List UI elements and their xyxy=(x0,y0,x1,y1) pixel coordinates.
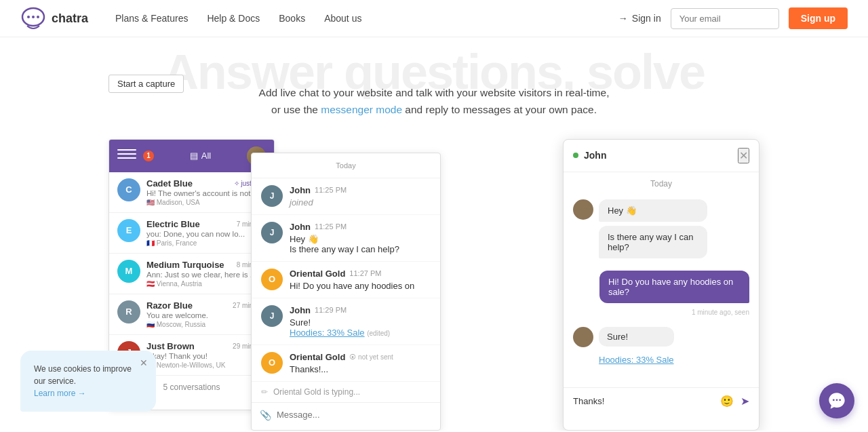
all-filter-button[interactable]: ▤ All xyxy=(161,151,240,161)
message-avatar: J xyxy=(261,305,283,327)
panel-header: 1 ▤ All xyxy=(109,140,274,172)
svg-point-5 xyxy=(836,399,838,401)
inbox-icon: ▤ xyxy=(190,151,198,161)
nav-right: → Sign in Sign up xyxy=(618,7,848,29)
message-text: Thanks!... xyxy=(290,364,431,374)
email-input[interactable] xyxy=(671,8,779,29)
cookie-close-button[interactable]: ✕ xyxy=(140,357,148,368)
message-sender: Oriental Gold xyxy=(290,269,345,279)
cookie-text: We use cookies to improve our service. xyxy=(34,364,132,386)
convo-location: 🇫🇷 Paris, France xyxy=(146,239,266,247)
conversation-item[interactable]: C Cadet Blue ✧ just now Hi! The owner's … xyxy=(109,172,274,213)
convo-location: 🇦🇹 Vienna, Austria xyxy=(146,280,266,288)
convo-body: Just Brown 29 minutes Okay! Thank you! 🇬… xyxy=(146,341,266,369)
convo-name: Razor Blue xyxy=(146,300,193,311)
logo[interactable]: chatra xyxy=(20,5,88,31)
signup-button[interactable]: Sign up xyxy=(789,7,848,29)
nav-about-us[interactable]: About us xyxy=(324,13,361,24)
signin-button[interactable]: → Sign in xyxy=(618,13,661,24)
signin-label: Sign in xyxy=(632,13,661,24)
message-time: 11:25 PM xyxy=(315,186,347,194)
convo-location: 🇷🇺 Moscow, Russia xyxy=(146,321,266,328)
sale-link[interactable]: Hoodies: 33% Sale xyxy=(290,328,365,338)
today-divider: Today xyxy=(564,172,759,195)
input-icons: 🙂 ➤ xyxy=(720,395,749,408)
convo-preview: you: Done, you can now lo... xyxy=(146,230,266,238)
sure-bubble: Sure! xyxy=(599,327,674,347)
message-avatar: O xyxy=(261,352,283,374)
chat-window-header-left: John xyxy=(573,150,606,161)
typing-indicator: ✏ Oriental Gold is typing... xyxy=(252,382,440,402)
nav-books[interactable]: Books xyxy=(279,13,305,24)
chat-input[interactable] xyxy=(573,396,715,406)
convo-location: 🇬🇧 Newton-le-Willows, UK xyxy=(146,361,266,369)
message-row: Hi! Do you have any hoodies on sale? xyxy=(564,267,759,307)
convo-avatar: C xyxy=(117,178,140,201)
emoji-icon[interactable]: 🙂 xyxy=(720,395,734,408)
message-item: J John 11:25 PM Hey 👋Is there any way I … xyxy=(252,215,440,262)
convo-name: Just Brown xyxy=(146,341,195,351)
chat-widget-button[interactable] xyxy=(819,383,854,418)
message-input-area: 📎 xyxy=(252,402,440,427)
chat-messages-panel: Today J John 11:25 PM joined J John 11:2… xyxy=(251,153,441,431)
nav-help-docs[interactable]: Help & Docs xyxy=(207,13,260,24)
signin-arrow-icon: → xyxy=(618,13,628,24)
message-item: O Oriental Gold ⦿ not yet sent Thanks!..… xyxy=(252,345,440,382)
svg-point-3 xyxy=(37,16,39,18)
message-time: 11:29 PM xyxy=(315,306,347,314)
chat-window-panel: John ✕ Today Hey 👋 Is there any way I ca… xyxy=(563,139,760,431)
chat-widget-icon xyxy=(827,391,846,410)
convo-avatar: E xyxy=(117,219,140,242)
chat-input-area: 🙂 ➤ xyxy=(564,387,759,414)
convo-preview: Okay! Thank you! xyxy=(146,352,266,360)
messenger-mode-link[interactable]: messenger mode xyxy=(321,104,402,115)
conversation-item[interactable]: M Medium Turquoise 8 minutes Ann: Just s… xyxy=(109,254,274,294)
cookie-learn-more-link[interactable]: Learn more → xyxy=(34,389,86,398)
navbar: chatra Plans & Features Help & Docs Book… xyxy=(0,0,868,37)
message-sender: John xyxy=(290,222,311,232)
message-body: Oriental Gold 11:27 PM Hi! Do you have a… xyxy=(290,269,431,291)
chat-window-header: John ✕ xyxy=(564,140,759,172)
message-sender: John xyxy=(290,305,311,315)
message-input[interactable] xyxy=(277,410,432,420)
message-row: Sure! Hoodies: 33% Sale xyxy=(564,323,759,376)
message-avatar: J xyxy=(261,222,283,243)
conversation-item[interactable]: R Razor Blue 27 minutes You are welcome.… xyxy=(109,294,274,335)
message-text: Hey 👋Is there any way I can help? xyxy=(290,234,431,254)
convo-avatar: M xyxy=(117,260,140,283)
message-time: 11:25 PM xyxy=(315,222,347,231)
agent-avatar xyxy=(573,327,593,347)
send-icon[interactable]: ➤ xyxy=(741,395,749,408)
message-text: joined xyxy=(290,197,431,208)
nav-plans-features[interactable]: Plans & Features xyxy=(115,13,188,24)
online-status-dot xyxy=(573,153,578,158)
convo-preview: Ann: Just so we clear, here is ... xyxy=(146,271,266,279)
message-item: J John 11:25 PM joined xyxy=(252,178,440,215)
message-text: Sure!Hoodies: 33% Sale (edited) xyxy=(290,317,431,338)
typing-text: Oriental Gold is typing... xyxy=(273,387,360,397)
message-row: Hey 👋 Is there any way I can help? xyxy=(564,195,759,267)
attach-icon: 📎 xyxy=(260,410,271,420)
message-time: 11:27 PM xyxy=(349,269,381,277)
message-avatar: O xyxy=(261,269,283,290)
convo-name: Electric Blue xyxy=(146,219,200,229)
message-bubbles: Hey 👋 Is there any way I can help? xyxy=(599,199,726,258)
convo-name: Medium Turquoise xyxy=(146,260,224,270)
convo-location: 🇺🇸 Madison, USA xyxy=(146,199,266,206)
message-bubble: Hey 👋 xyxy=(599,199,707,222)
close-chat-button[interactable]: ✕ xyxy=(738,148,749,163)
convo-name: Cadet Blue xyxy=(146,178,193,189)
message-avatar: J xyxy=(261,185,283,207)
message-text: Hi! Do you have any hoodies on xyxy=(290,281,431,291)
start-capture-button[interactable]: Start a capture xyxy=(108,75,184,93)
svg-point-2 xyxy=(32,16,35,18)
message-body: John 11:29 PM Sure!Hoodies: 33% Sale (ed… xyxy=(290,305,431,338)
conversation-item[interactable]: E Electric Blue 7 minutes you: Done, you… xyxy=(109,213,274,254)
convo-avatar: R xyxy=(117,300,140,323)
convo-preview: Hi! The owner's account is not in... xyxy=(146,189,266,197)
message-sender: John xyxy=(290,185,311,195)
message-bubble: Is there any way I can help? xyxy=(599,226,707,258)
message-body: Oriental Gold ⦿ not yet sent Thanks!... xyxy=(290,352,431,374)
message-item: J John 11:29 PM Sure!Hoodies: 33% Sale (… xyxy=(252,298,440,345)
sale-link[interactable]: Hoodies: 33% Sale xyxy=(599,355,674,365)
